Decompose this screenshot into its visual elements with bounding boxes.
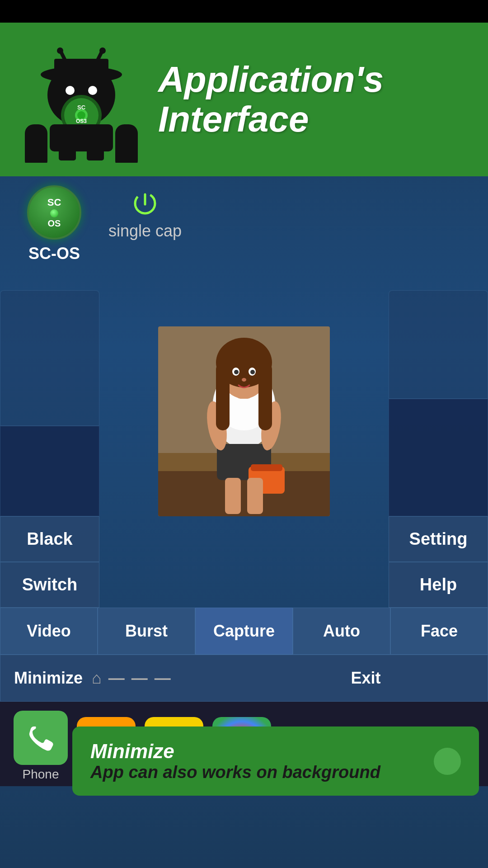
left-panel-top — [0, 290, 99, 426]
right-panel-bottom — [389, 399, 488, 516]
tooltip-arrow — [434, 748, 461, 775]
status-bar — [0, 0, 488, 23]
camera-preview — [158, 326, 330, 516]
svg-text:OS3: OS3 — [76, 118, 87, 124]
nav-icons: ⌂ — — — — [92, 669, 171, 688]
svg-rect-42 — [225, 478, 241, 514]
svg-point-39 — [242, 378, 246, 382]
right-buttons-group: Setting Help — [389, 516, 488, 608]
switch-button[interactable]: Switch — [0, 562, 99, 608]
svg-point-8 — [88, 86, 97, 95]
right-panel-top — [389, 290, 488, 399]
right-side-panel — [389, 290, 488, 516]
svg-text:SC: SC — [77, 104, 86, 111]
camera-layout — [0, 290, 488, 516]
header-banner: SC OS3 Application's Interface — [0, 23, 488, 176]
svg-rect-19 — [87, 149, 104, 160]
scos-row: SC OS SC-OS single cap — [0, 176, 488, 272]
svg-point-4 — [57, 47, 63, 54]
svg-rect-33 — [216, 363, 230, 430]
minus-icon: — — [108, 669, 125, 688]
svg-rect-34 — [258, 363, 272, 430]
svg-rect-41 — [251, 464, 282, 471]
left-side-panel — [0, 290, 99, 516]
burst-button[interactable]: Burst — [98, 608, 195, 655]
power-icon — [131, 190, 159, 217]
single-cap-block: single cap — [108, 185, 182, 241]
face-button[interactable]: Face — [390, 608, 488, 655]
svg-rect-16 — [25, 124, 47, 163]
android-mascot: SC OS3 — [18, 36, 145, 163]
phone-app-icon[interactable] — [14, 711, 68, 765]
svg-point-38 — [250, 370, 255, 374]
svg-point-6 — [99, 47, 106, 54]
exit-button[interactable]: Exit — [244, 655, 488, 701]
svg-rect-43 — [247, 478, 263, 514]
nav-item-phone: Phone — [14, 711, 68, 782]
svg-rect-18 — [59, 149, 76, 160]
black-button[interactable]: Black — [0, 516, 99, 562]
svg-point-37 — [234, 370, 239, 374]
main-buttons-row: Video Burst Capture Auto Face — [0, 608, 488, 655]
minimize-row: Minimize ⌂ — — — Exit — [0, 655, 488, 702]
left-panel-bottom — [0, 426, 99, 516]
home-icon: ⌂ — [92, 669, 102, 688]
scos-label: SC-OS — [28, 244, 80, 263]
setting-button[interactable]: Setting — [389, 516, 488, 562]
minimize-tooltip: Minimize App can also works on backgroun… — [72, 726, 479, 796]
minimize-button[interactable]: Minimize ⌂ — — — — [0, 655, 244, 701]
scos-badge: SC OS — [27, 185, 81, 240]
app-title: Application's Interface — [158, 60, 384, 139]
svg-rect-15 — [50, 124, 113, 151]
dash-icon-1: — — [131, 669, 148, 688]
video-button[interactable]: Video — [0, 608, 98, 655]
tooltip-body: App can also works on background — [90, 763, 434, 782]
tooltip-text: Minimize App can also works on backgroun… — [90, 740, 434, 782]
help-button[interactable]: Help — [389, 562, 488, 608]
camera-section: Black Switch Setting Help — [0, 290, 488, 608]
dash-icon-2: — — [155, 669, 171, 688]
capture-button[interactable]: Capture — [195, 608, 293, 655]
svg-point-7 — [66, 86, 75, 95]
tooltip-title: Minimize — [90, 740, 434, 763]
auto-button[interactable]: Auto — [293, 608, 390, 655]
phone-label: Phone — [23, 767, 59, 782]
center-area — [99, 290, 389, 516]
scos-icon-block: SC OS SC-OS — [27, 185, 81, 263]
black-setting-row: Black Switch Setting Help — [0, 516, 488, 608]
left-buttons-group: Black Switch — [0, 516, 99, 608]
svg-rect-17 — [115, 124, 138, 163]
preview-svg — [158, 326, 330, 516]
single-cap-label: single cap — [108, 222, 182, 241]
